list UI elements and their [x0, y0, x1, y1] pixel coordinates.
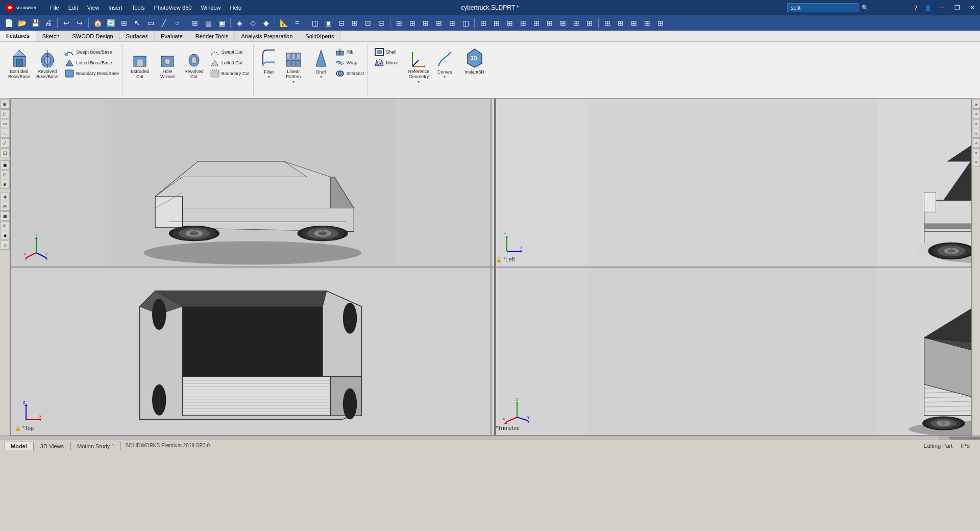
tab-surfaces[interactable]: Surfaces: [120, 31, 155, 41]
qa-view-2[interactable]: ▦: [202, 17, 214, 29]
qa-vp2[interactable]: ▣: [322, 17, 334, 29]
qa-new[interactable]: 📄: [3, 17, 15, 29]
qa-sketch-rect[interactable]: ▭: [144, 17, 157, 29]
reference-geometry-button[interactable]: ReferenceGeometry ▾: [406, 46, 432, 85]
qa-extra2[interactable]: ⊞: [406, 17, 419, 29]
help-icon[interactable]: ?: [910, 0, 922, 15]
qa-redo[interactable]: ↪: [74, 17, 86, 29]
right-tool-3[interactable]: ■: [973, 119, 980, 128]
viewport-left[interactable]: 🔒 *Left Z Y: [491, 99, 972, 267]
qa-appearances[interactable]: ◇: [247, 17, 259, 29]
instant3d-button[interactable]: 3D Instant3D: [462, 46, 486, 76]
swept-cut-button[interactable]: Swept Cut: [208, 47, 251, 57]
search-input[interactable]: [787, 3, 859, 12]
extruded-cut-button[interactable]: ExtrudedCut: [127, 46, 153, 81]
qa-home[interactable]: 🏠: [91, 17, 104, 29]
qa-rotate[interactable]: 🔄: [105, 17, 117, 29]
user-icon[interactable]: 👤: [922, 0, 934, 15]
menu-edit[interactable]: Edit: [64, 4, 82, 12]
horizontal-scrollbar[interactable]: [0, 436, 980, 440]
left-tool-12[interactable]: ▦: [1, 211, 10, 221]
extruded-boss-base-button[interactable]: ExtrudedBoss/Base: [6, 46, 32, 81]
rib-button[interactable]: Rib: [333, 47, 366, 57]
qa-extra9[interactable]: ⊞: [504, 17, 516, 29]
qa-line[interactable]: ╱: [158, 17, 170, 29]
status-tab-motionstudy[interactable]: Motion Study 1: [70, 442, 121, 450]
qa-view-3[interactable]: ▣: [215, 17, 228, 29]
qa-extra3[interactable]: ⊞: [420, 17, 432, 29]
qa-circle[interactable]: ○: [171, 17, 183, 29]
left-tool-7[interactable]: ▣: [1, 160, 10, 170]
close-button[interactable]: ✕: [965, 0, 980, 15]
menu-help[interactable]: Help: [226, 4, 246, 12]
left-tool-8[interactable]: ⊟: [1, 170, 10, 179]
qa-undo[interactable]: ↩: [60, 17, 72, 29]
qa-select[interactable]: ↖: [131, 17, 143, 29]
status-tab-3dviews[interactable]: 3D Views: [34, 442, 70, 450]
draft-button[interactable]: Draft ▾: [311, 46, 331, 80]
qa-materials[interactable]: ◈: [233, 17, 246, 29]
menu-view[interactable]: View: [83, 4, 104, 12]
tab-analysis[interactable]: Analysis Preparation: [235, 31, 299, 41]
right-tool-2[interactable]: ■: [973, 109, 980, 118]
left-tool-14[interactable]: ◆: [1, 231, 10, 240]
tab-evaluate[interactable]: Evaluate: [155, 31, 189, 41]
revolved-boss-base-button[interactable]: RevolvedBoss/Base: [34, 46, 60, 81]
boundary-cut-button[interactable]: Boundary Cut: [208, 68, 251, 79]
qa-zoom-fit[interactable]: ⊞: [118, 17, 130, 29]
qa-extra17[interactable]: ⊞: [615, 17, 627, 29]
right-tool-4[interactable]: ■: [973, 129, 980, 138]
qa-scenes[interactable]: ◆: [260, 17, 272, 29]
qa-extra15[interactable]: ⊞: [583, 17, 596, 29]
minimize-button[interactable]: —: [934, 0, 949, 15]
qa-extra5[interactable]: ⊞: [446, 17, 458, 29]
tab-features[interactable]: Features: [0, 31, 36, 41]
lofted-cut-button[interactable]: Lofted Cut: [208, 58, 251, 68]
qa-eq[interactable]: =: [291, 17, 303, 29]
qa-print[interactable]: 🖨: [42, 17, 55, 29]
qa-extra6[interactable]: ◫: [459, 17, 472, 29]
tab-sketch[interactable]: Sketch: [36, 31, 66, 41]
left-tool-6[interactable]: ◫: [1, 148, 10, 157]
search-icon[interactable]: 🔍: [862, 5, 869, 11]
viewport-top[interactable]: 🔒 *Top X Z: [10, 267, 491, 436]
left-tool-13[interactable]: ⊞: [1, 221, 10, 230]
right-tool-5[interactable]: ■: [973, 138, 980, 148]
lofted-boss-base-button[interactable]: Lofted Boss/Base: [62, 58, 120, 68]
mirror-button[interactable]: Mirror: [372, 58, 400, 68]
qa-extra20[interactable]: ⊞: [654, 17, 667, 29]
wrap-button[interactable]: Wrap: [333, 58, 366, 68]
qa-view-1[interactable]: ⊞: [189, 17, 201, 29]
qa-vp3[interactable]: ⊟: [335, 17, 348, 29]
qa-open[interactable]: 📂: [16, 17, 28, 29]
qa-vp6[interactable]: ⊟: [375, 17, 387, 29]
hole-wizard-button[interactable]: HoleWizard: [155, 46, 180, 81]
qa-extra14[interactable]: ⊞: [570, 17, 582, 29]
left-tool-15[interactable]: ◇: [1, 240, 10, 250]
left-tool-10[interactable]: ◈: [1, 192, 10, 201]
right-tool-1[interactable]: ■: [973, 100, 980, 109]
revolved-cut-button[interactable]: RevolvedCut: [182, 46, 206, 81]
left-tool-2[interactable]: ⊡: [1, 109, 10, 118]
menu-insert[interactable]: Insert: [104, 4, 127, 12]
menu-photoview[interactable]: PhotoView 360: [150, 4, 196, 12]
qa-measure[interactable]: 📐: [278, 17, 290, 29]
right-tool-6[interactable]: ■: [973, 148, 980, 157]
qa-save[interactable]: 💾: [29, 17, 41, 29]
left-tool-9[interactable]: ⊕: [1, 180, 10, 189]
left-tool-5[interactable]: ╱: [1, 138, 10, 148]
qa-extra11[interactable]: ⊞: [530, 17, 543, 29]
linear-pattern-button[interactable]: LinearPattern ▾: [282, 46, 305, 85]
viewport-perspective[interactable]: X Z Y: [10, 99, 491, 267]
tab-swood[interactable]: SWOOD Design: [66, 31, 120, 41]
tab-solidxperts[interactable]: SolidXperts: [299, 31, 340, 41]
left-tool-3[interactable]: ▭: [1, 119, 10, 128]
qa-extra1[interactable]: ⊞: [393, 17, 405, 29]
qa-extra4[interactable]: ⊞: [433, 17, 445, 29]
left-tool-4[interactable]: ○: [1, 129, 10, 138]
menu-file[interactable]: File: [46, 4, 63, 12]
intersect-button[interactable]: Intersect: [333, 68, 366, 79]
qa-extra19[interactable]: ⊞: [641, 17, 653, 29]
swept-boss-base-button[interactable]: Swept Boss/Base: [62, 47, 120, 57]
qa-extra7[interactable]: ⊞: [477, 17, 489, 29]
